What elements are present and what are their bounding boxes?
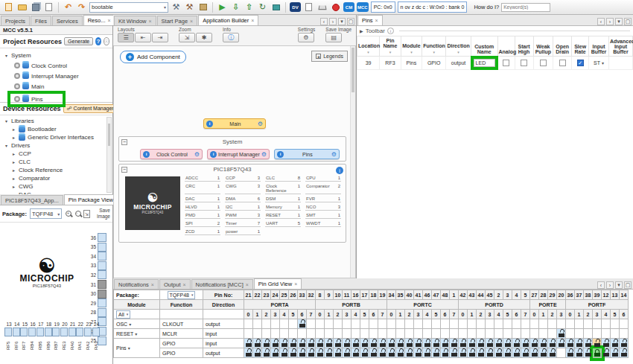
pin-cell-portc-2[interactable] — [405, 348, 414, 358]
pin-cell-portf-4[interactable] — [602, 319, 611, 329]
lock-open-icon[interactable] — [424, 350, 430, 357]
close-icon[interactable]: × — [182, 282, 185, 287]
pin-cell-portd-2[interactable] — [477, 339, 486, 348]
zoom-reset-icon[interactable]: ✱ — [196, 33, 212, 42]
lock-open-icon[interactable] — [245, 350, 252, 357]
pin-cell-portd-5[interactable] — [503, 339, 512, 348]
close-icon[interactable]: × — [149, 19, 152, 24]
pin-cell-portb-2[interactable] — [334, 348, 343, 358]
pin-cell-portf-0[interactable] — [566, 329, 575, 339]
pin-square[interactable] — [76, 328, 83, 336]
pin-cell-portc-4[interactable] — [423, 329, 432, 339]
scroll-left-icon[interactable]: ‹ — [597, 281, 605, 289]
filter-chevron-icon[interactable]: ▾ — [381, 50, 399, 54]
pin-cell-portc-1[interactable] — [396, 319, 405, 329]
pin-cell-portf-6[interactable] — [620, 319, 629, 329]
pin-square[interactable] — [98, 261, 106, 270]
pin-cell-portf-4[interactable] — [602, 348, 611, 358]
pin-cell-porte-1[interactable] — [539, 329, 548, 339]
maximize-icon[interactable]: ▢ — [624, 18, 632, 25]
pin-cell-portb-6[interactable] — [369, 339, 378, 348]
scroll-left-icon[interactable]: ‹ — [320, 18, 328, 25]
lock-open-icon[interactable] — [254, 340, 261, 347]
pin-cell-porte-3[interactable] — [557, 348, 566, 358]
sidebar-item-main[interactable]: Main — [10, 81, 112, 92]
copy-icon[interactable] — [43, 1, 54, 13]
package-pin-32[interactable]: 32 — [87, 270, 106, 279]
analog-checkbox[interactable] — [503, 60, 509, 66]
pin-cell-porta-1[interactable] — [253, 348, 262, 358]
pin-cell-portd-2[interactable] — [477, 348, 486, 358]
maximize-icon[interactable]: ▢ — [624, 281, 632, 289]
module-cell-osc[interactable]: OSC▾ — [114, 319, 160, 329]
pin-cell-porta-5[interactable] — [289, 329, 298, 339]
layout-right-icon[interactable]: ⇥ — [152, 33, 168, 42]
pin-cell-portb-0[interactable] — [316, 339, 325, 348]
pin-number-22[interactable]: 22 — [253, 290, 262, 300]
lock-open-icon[interactable] — [379, 340, 386, 347]
close-icon[interactable]: × — [251, 18, 254, 23]
column-header-input-buffer[interactable]: Input Buffer — [589, 36, 609, 57]
pin-number-21[interactable]: 21 — [244, 290, 253, 300]
lock-open-icon[interactable] — [272, 350, 279, 357]
zoom-in-icon[interactable]: + — [65, 210, 71, 218]
pin-cell-porta-3[interactable] — [271, 348, 280, 358]
column-header-function[interactable]: Function▾ — [422, 36, 446, 57]
pin-cell-portd-3[interactable] — [486, 339, 494, 348]
lock-open-icon[interactable] — [352, 350, 359, 357]
pin-square[interactable] — [98, 280, 106, 289]
pin-number-28[interactable]: 28 — [539, 290, 548, 300]
lock-open-icon[interactable] — [451, 340, 457, 347]
pin-cell-porta-4[interactable] — [280, 319, 289, 329]
pin-cell-porta-6[interactable] — [298, 348, 307, 358]
pin-cell-portb-3[interactable] — [343, 319, 352, 329]
column-header-weak-pullup[interactable]: Weak Pullup — [533, 36, 553, 57]
pin-cell-portf-1[interactable] — [575, 348, 584, 358]
lock-open-icon[interactable] — [388, 350, 395, 357]
pin-cell-portd-0[interactable] — [459, 348, 468, 358]
pin-cell-portb-0[interactable] — [316, 329, 325, 339]
hex-file-icon[interactable] — [303, 1, 314, 13]
pin-cell-portb-4[interactable] — [352, 319, 360, 329]
lock-open-icon[interactable] — [594, 340, 600, 347]
lock-open-icon[interactable] — [477, 350, 484, 357]
tree-root-system[interactable]: ▾System — [0, 50, 112, 60]
lock-open-icon[interactable] — [602, 340, 609, 347]
lock-open-icon[interactable] — [549, 340, 556, 347]
info-icon[interactable]: i — [336, 167, 343, 174]
custom-name-input[interactable]: LED — [474, 59, 495, 67]
pin-cell-portc-4[interactable] — [423, 348, 432, 358]
open_drain-checkbox[interactable] — [559, 60, 566, 66]
lock-open-icon[interactable] — [531, 340, 538, 347]
pin-number-39[interactable]: 39 — [593, 290, 602, 300]
pin-cell-portc-7[interactable] — [450, 329, 459, 339]
close-icon[interactable]: × — [107, 18, 110, 23]
pin-square[interactable] — [98, 308, 106, 317]
tree-item-cwg[interactable]: ▸CWG — [7, 182, 105, 191]
globe-icon[interactable]: ☉ — [104, 37, 109, 45]
pin-cell-portb-4[interactable] — [352, 339, 360, 348]
slew_rate-checkbox[interactable]: ✓ — [577, 60, 584, 66]
module-filter-select[interactable]: All▾ — [116, 310, 130, 319]
pin-cell-porta-7[interactable] — [307, 329, 316, 339]
lock-open-icon[interactable] — [254, 350, 261, 357]
column-header-start-high[interactable]: Start High — [515, 36, 533, 57]
pin-number-4[interactable]: 4 — [512, 290, 521, 300]
pin-cell-portb-1[interactable] — [325, 319, 334, 329]
pin-cell-porta-1[interactable] — [253, 329, 262, 339]
pin-cell-portf-1[interactable] — [575, 329, 584, 339]
pin-cell-portc-3[interactable] — [414, 348, 423, 358]
gear-icon[interactable]: ⚙ — [261, 151, 267, 158]
pin-cell-portd-1[interactable] — [468, 339, 477, 348]
lock-open-icon[interactable] — [585, 340, 591, 347]
pin-square[interactable] — [36, 328, 44, 336]
module-cell-reset[interactable]: RESET▾ — [114, 329, 160, 339]
lock-open-icon[interactable] — [397, 350, 404, 357]
lock-open-icon[interactable] — [352, 340, 359, 347]
pin-cell-porta-2[interactable] — [262, 339, 271, 348]
lock-open-icon[interactable] — [576, 340, 582, 347]
lock-open-icon[interactable] — [281, 350, 287, 357]
tab-pins[interactable]: Pins× — [357, 15, 383, 25]
info-icon[interactable]: i — [210, 151, 217, 158]
pin-cell-portc-6[interactable] — [441, 348, 450, 358]
